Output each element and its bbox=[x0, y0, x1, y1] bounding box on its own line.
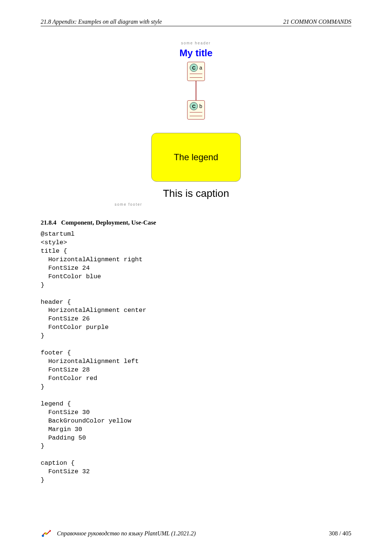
page-header: 21.8 Appendix: Examples on all diagram w… bbox=[41, 18, 351, 26]
header-right: 21 COMMON COMMANDS bbox=[283, 18, 351, 25]
diagram-legend: The legend bbox=[151, 133, 241, 182]
uml-class-b: C b bbox=[187, 100, 205, 120]
plantuml-logo-icon bbox=[41, 529, 53, 538]
class-label: a bbox=[199, 65, 202, 71]
diagram-title: My title bbox=[41, 47, 351, 59]
svg-point-1 bbox=[42, 535, 44, 537]
doc-title: Справочное руководство по языку PlantUML… bbox=[57, 530, 196, 537]
diagram-caption: This is caption bbox=[41, 188, 351, 199]
class-label: b bbox=[199, 103, 202, 109]
class-icon: C bbox=[190, 102, 198, 110]
diagram-example: some header My title C a C b The legend … bbox=[41, 41, 351, 206]
header-left: 21.8 Appendix: Examples on all diagram w… bbox=[41, 18, 162, 25]
section-number: 21.8.4 bbox=[41, 219, 57, 226]
svg-point-2 bbox=[45, 532, 47, 535]
page-footer: Справочное руководство по языку PlantUML… bbox=[41, 529, 351, 538]
section-title: Component, Deployment, Use-Case bbox=[61, 219, 156, 226]
diagram-header-text: some header bbox=[41, 41, 351, 45]
uml-class-a: C a bbox=[187, 62, 205, 81]
section-heading: 21.8.4 Component, Deployment, Use-Case bbox=[41, 219, 351, 226]
uml-connector bbox=[196, 81, 196, 100]
page-number: 308 / 405 bbox=[329, 530, 351, 537]
code-block: @startuml <style> title { HorizontalAlig… bbox=[41, 230, 351, 485]
class-icon: C bbox=[190, 64, 198, 72]
diagram-footer-text: some footer bbox=[115, 202, 351, 206]
